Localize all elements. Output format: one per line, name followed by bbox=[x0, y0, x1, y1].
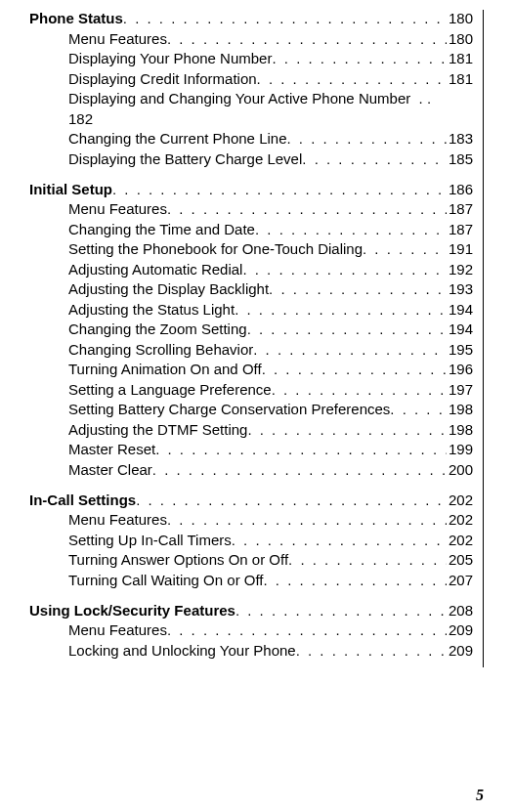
toc-item-label: Turning Animation On and Off bbox=[68, 361, 262, 377]
toc-item-page: 191 bbox=[447, 240, 473, 257]
toc-dots: . . bbox=[410, 90, 431, 107]
toc-dots bbox=[269, 280, 447, 297]
toc-section: Initial Setup186 bbox=[29, 181, 473, 197]
toc-dots bbox=[167, 30, 447, 47]
toc-dots bbox=[253, 341, 447, 358]
toc-dots bbox=[232, 532, 447, 548]
toc-section-label: Using Lock/Security Features bbox=[29, 602, 235, 619]
toc-dots bbox=[363, 240, 447, 257]
toc-item: Adjusting the Status Light194 bbox=[29, 301, 473, 318]
toc-dots bbox=[235, 602, 447, 619]
toc-dots bbox=[255, 221, 447, 237]
toc-item-page: 198 bbox=[447, 421, 473, 438]
toc-item-label: Setting the Phonebook for One-Touch Dial… bbox=[68, 240, 363, 257]
toc-dots bbox=[167, 621, 447, 638]
toc-section: Using Lock/Security Features208 bbox=[29, 602, 473, 619]
toc-item: Master Reset199 bbox=[29, 441, 473, 457]
toc-item-page: 183 bbox=[447, 130, 473, 147]
toc-dots bbox=[302, 150, 447, 167]
toc-item-page: 194 bbox=[447, 301, 473, 318]
toc-item-label: Menu Features bbox=[68, 200, 167, 217]
toc-dots bbox=[167, 200, 447, 217]
toc-dots bbox=[136, 491, 447, 508]
toc-item-label: Displaying Credit Information bbox=[68, 70, 257, 87]
toc-section-page: 186 bbox=[447, 181, 473, 197]
toc-item-label: Setting Up In-Call Timers bbox=[68, 532, 232, 548]
toc-content: Phone Status180Menu Features180Displayin… bbox=[29, 10, 484, 667]
toc-dots bbox=[242, 261, 447, 278]
toc-item: Setting Battery Charge Conservation Pref… bbox=[29, 401, 473, 417]
toc-item-label: Menu Features bbox=[68, 621, 167, 638]
toc-item: Turning Animation On and Off196 bbox=[29, 361, 473, 377]
toc-dots bbox=[288, 551, 447, 568]
toc-item: Adjusting the DTMF Setting198 bbox=[29, 421, 473, 438]
toc-item-label: Changing the Current Phone Line bbox=[68, 130, 287, 147]
toc-item-page: 181 bbox=[447, 70, 473, 87]
toc-item-label: Adjusting the DTMF Setting bbox=[68, 421, 247, 438]
toc-item-label: Setting a Language Preference bbox=[68, 381, 272, 398]
toc-dots bbox=[264, 572, 447, 588]
toc-item: Setting a Language Preference197 bbox=[29, 381, 473, 398]
toc-item-page: 185 bbox=[447, 150, 473, 167]
toc-item-page: 207 bbox=[447, 572, 473, 588]
toc-dots bbox=[247, 421, 447, 438]
toc-dots bbox=[390, 401, 447, 417]
toc-item-label: Displaying the Battery Charge Level bbox=[68, 150, 302, 167]
toc-dots bbox=[247, 321, 447, 337]
toc-item-label: Adjusting the Display Backlight bbox=[68, 280, 269, 297]
toc-item: Master Clear200 bbox=[29, 461, 473, 478]
toc-item-page-line: 182 bbox=[29, 110, 473, 127]
toc-section-page: 202 bbox=[447, 491, 473, 508]
toc-section-label: Phone Status bbox=[29, 10, 123, 26]
toc-dots bbox=[262, 361, 447, 377]
toc-item-page: 193 bbox=[447, 280, 473, 297]
toc-dots bbox=[296, 642, 447, 659]
toc-section: In-Call Settings202 bbox=[29, 491, 473, 508]
toc-item: Turning Call Waiting On or Off207 bbox=[29, 572, 473, 588]
toc-item-label: Turning Call Waiting On or Off bbox=[68, 572, 264, 588]
toc-item: Menu Features202 bbox=[29, 511, 473, 528]
toc-item-label: Menu Features bbox=[68, 511, 167, 528]
toc-item-page: 195 bbox=[447, 341, 473, 358]
toc-dots bbox=[257, 70, 447, 87]
toc-item-label: Adjusting Automatic Redial bbox=[68, 261, 242, 278]
toc-item: Changing the Current Phone Line183 bbox=[29, 130, 473, 147]
toc-item-label: Locking and Unlocking Your Phone bbox=[68, 642, 296, 659]
toc-item-page: 196 bbox=[447, 361, 473, 377]
toc-item: Adjusting the Display Backlight193 bbox=[29, 280, 473, 297]
toc-item-label: Master Clear bbox=[68, 461, 152, 478]
toc-item-label: Adjusting the Status Light bbox=[68, 301, 235, 318]
toc-item: Menu Features187 bbox=[29, 200, 473, 217]
toc-item: Changing Scrolling Behavior195 bbox=[29, 341, 473, 358]
toc-section-page: 180 bbox=[447, 10, 473, 26]
toc-item: Displaying and Changing Your Active Phon… bbox=[29, 90, 473, 107]
toc-item-label: Changing the Zoom Setting bbox=[68, 321, 247, 337]
toc-dots bbox=[167, 511, 447, 528]
toc-item-label: Turning Answer Options On or Off bbox=[68, 551, 288, 568]
toc-item-page: 194 bbox=[447, 321, 473, 337]
toc-item: Changing the Time and Date187 bbox=[29, 221, 473, 237]
toc-item-page: 180 bbox=[447, 30, 473, 47]
toc-item: Setting the Phonebook for One-Touch Dial… bbox=[29, 240, 473, 257]
toc-item: Menu Features180 bbox=[29, 30, 473, 47]
toc-item-page: 199 bbox=[447, 441, 473, 457]
toc-item-page: 209 bbox=[447, 642, 473, 659]
toc-dots bbox=[272, 381, 447, 398]
toc-item: Menu Features209 bbox=[29, 621, 473, 638]
toc-item-label: Displaying and Changing Your Active Phon… bbox=[68, 90, 410, 107]
toc-section-label: Initial Setup bbox=[29, 181, 112, 197]
toc-item-page: 198 bbox=[447, 401, 473, 417]
toc-section: Phone Status180 bbox=[29, 10, 473, 26]
toc-dots bbox=[272, 50, 447, 66]
toc-item-label: Setting Battery Charge Conservation Pref… bbox=[68, 401, 390, 417]
toc-item-label: Displaying Your Phone Number bbox=[68, 50, 272, 66]
toc-item-page: 205 bbox=[447, 551, 473, 568]
toc-dots bbox=[152, 461, 447, 478]
toc-dots bbox=[287, 130, 447, 147]
toc-item-page: 209 bbox=[447, 621, 473, 638]
toc-item-page: 200 bbox=[447, 461, 473, 478]
toc-item-page: 197 bbox=[447, 381, 473, 398]
toc-item-label: Changing the Time and Date bbox=[68, 221, 255, 237]
toc-item-label: Changing Scrolling Behavior bbox=[68, 341, 253, 358]
toc-dots bbox=[112, 181, 447, 197]
